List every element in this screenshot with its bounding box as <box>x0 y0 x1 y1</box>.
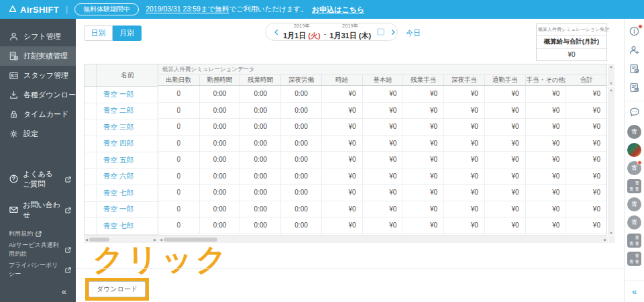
notification-dot <box>637 160 642 165</box>
calendar-icon[interactable] <box>376 28 385 36</box>
table-cell: 0:00 <box>199 217 240 234</box>
scroll-up-icon[interactable]: ▲ <box>610 87 613 93</box>
sidebar-item-gear[interactable]: 設定 <box>0 124 76 144</box>
row-selector-header <box>85 64 97 86</box>
table-cell: 0:00 <box>280 168 321 185</box>
table-cell: ¥0 <box>362 152 403 168</box>
table-cell: ¥0 <box>566 201 606 217</box>
table-cell: ¥0 <box>566 217 606 234</box>
sidebar-item-download[interactable]: 各種ダウンロード <box>0 85 76 105</box>
tab-monthly[interactable]: 月別 <box>113 26 142 41</box>
column-header: 残業手当 <box>402 75 443 85</box>
sidebar-item-timestamp-doc[interactable]: 打刻実績管理 <box>0 46 76 66</box>
table-cell: ¥0 <box>484 185 525 201</box>
scroll-right-icon[interactable]: ▶ <box>604 237 606 242</box>
staff-name-link[interactable]: 青空 五郎 <box>97 152 158 168</box>
table-cell: 0:00 <box>199 136 240 152</box>
table-cell: ¥0 <box>362 119 403 135</box>
airshift-logo[interactable]: AirSHIFT <box>8 4 59 15</box>
header-scrollbar[interactable]: ▲ ▼ <box>608 64 614 86</box>
shift-group-avatar[interactable]: 青青青 <box>627 252 641 266</box>
table-cell: 0:00 <box>239 136 280 152</box>
table-row-values: 00:000:000:00¥0¥0¥0¥0¥0¥0¥0 <box>158 136 606 152</box>
table-cell: ¥0 <box>484 103 525 119</box>
legal-link[interactable]: プライバシーポリシー <box>9 260 72 280</box>
staff-name-link[interactable]: 青空 一郎 <box>97 87 158 103</box>
staff-name-link[interactable]: 青空 三郎 <box>97 119 158 136</box>
scroll-down-icon[interactable]: ▼ <box>610 81 613 86</box>
column-header: 深夜労働 <box>280 75 321 85</box>
start-year: 2019年 <box>283 23 321 29</box>
table-cell: ¥0 <box>402 136 443 152</box>
staff-name-link[interactable]: 青空 七郎 <box>97 185 158 201</box>
sidebar-item-label: タイムカード <box>23 109 68 119</box>
sidebar-item-label: スタッフ管理 <box>23 70 68 81</box>
staff-avatar[interactable]: 青 <box>627 161 641 175</box>
legal-link[interactable]: 利用規約 <box>9 228 72 240</box>
download-button[interactable]: ダウンロード <box>89 281 146 297</box>
table-cell: ¥0 <box>321 217 362 234</box>
row-selector-cell <box>85 202 97 218</box>
prev-period-button[interactable] <box>272 28 280 36</box>
scroll-left-icon[interactable]: ◀ <box>85 237 88 242</box>
table-cell: ¥0 <box>525 217 566 234</box>
staff-name-link[interactable]: 青空 六郎 <box>97 169 158 185</box>
table-cell: ¥0 <box>362 103 403 119</box>
staff-name-link[interactable]: 青空 四郎 <box>97 136 158 152</box>
person-add-button[interactable] <box>627 44 642 58</box>
sidebar-collapse-button[interactable]: « <box>0 283 76 302</box>
table-row-name: 青空 三郎 <box>85 119 158 136</box>
table-row-name: 青空 六郎 <box>85 169 158 186</box>
staff-name-link[interactable]: 青空 一郎 <box>97 202 158 218</box>
column-header: 出勤日数 <box>158 75 199 85</box>
sidebar-bottom: よくあるご質問お問い合わせ 利用規約Airサービス共通利用約款プライバシーポリシ… <box>0 164 76 302</box>
shift-group-avatar[interactable]: 青青青 <box>627 234 641 248</box>
sidebar-item-mail[interactable]: お問い合わせ <box>0 195 76 225</box>
table-cell: 0:00 <box>199 103 240 119</box>
info-button[interactable] <box>627 25 642 40</box>
scroll-down-icon[interactable]: ▼ <box>610 230 613 236</box>
vertical-scrollbar[interactable]: ▲ ▼ ▲ ▼ <box>608 64 614 236</box>
table-cell: 0:00 <box>239 168 280 185</box>
table-cell: ¥0 <box>443 217 484 234</box>
sidebar-item-id-card[interactable]: スタッフ管理 <box>0 66 76 85</box>
end-date[interactable]: 2019年 1月31日 (木) <box>329 23 371 41</box>
body-scrollbar[interactable]: ▲ ▼ <box>608 87 614 236</box>
table-row-values: 00:000:000:00¥0¥0¥0¥0¥0¥0¥0 <box>158 201 606 218</box>
shift-group-avatar[interactable]: 青青青 <box>627 179 641 193</box>
clipboard-check-button[interactable] <box>627 62 642 77</box>
table-cell: 0:00 <box>239 103 280 119</box>
staff-avatar[interactable]: 青 <box>627 197 641 211</box>
clipboard-calendar-button[interactable] <box>627 81 642 96</box>
frozen-name-pane: 名前 青空 一郎青空 二郎青空 三郎青空 四郎青空 五郎青空 六郎青空 七郎青空… <box>84 64 158 236</box>
table-cell: ¥0 <box>402 119 443 135</box>
table-cell: ¥0 <box>321 152 362 168</box>
legal-link[interactable]: Airサービス共通利用約款 <box>9 240 72 260</box>
sidebar-item-person[interactable]: シフト管理 <box>0 27 76 46</box>
table-cell: ¥0 <box>321 86 362 102</box>
next-period-button[interactable] <box>389 28 397 36</box>
row-selector-cell <box>85 136 97 152</box>
row-selector-cell <box>85 169 97 185</box>
legal-link-label: Airサービス共通利用約款 <box>9 241 62 258</box>
staff-avatar[interactable]: 青 <box>627 125 641 139</box>
apply-link[interactable]: お申込はこちら <box>312 5 364 15</box>
table-row-values: 00:000:000:00¥0¥0¥0¥0¥0¥0¥0 <box>158 217 606 234</box>
table-cell: ¥0 <box>484 168 525 185</box>
staff-name-link[interactable]: 青空 七郎 <box>97 218 158 234</box>
chat-button[interactable] <box>627 106 642 121</box>
scroll-up-icon[interactable]: ▲ <box>610 64 613 69</box>
today-link[interactable]: 今日 <box>406 28 421 38</box>
staff-name-link[interactable]: 青空 二郎 <box>97 103 158 119</box>
table-cell: 0 <box>158 119 199 135</box>
table-row-values: 00:000:000:00¥0¥0¥0¥0¥0¥0¥0 <box>158 119 606 136</box>
sidebar-item-lock[interactable]: タイムカード <box>0 105 76 124</box>
staff-avatar[interactable] <box>627 143 641 157</box>
staff-avatar[interactable]: 青 <box>627 215 641 230</box>
sidebar-item-question[interactable]: よくあるご質問 <box>0 164 76 195</box>
rail-collapse-button[interactable]: « <box>625 281 644 302</box>
table-cell: ¥0 <box>566 152 606 168</box>
tab-daily[interactable]: 日別 <box>84 26 113 41</box>
trial-text: 2019/03/31 23:59まで無料でご利用いただけます。 <box>146 5 308 14</box>
start-date[interactable]: 2019年 1月1日 (火) <box>283 23 321 41</box>
